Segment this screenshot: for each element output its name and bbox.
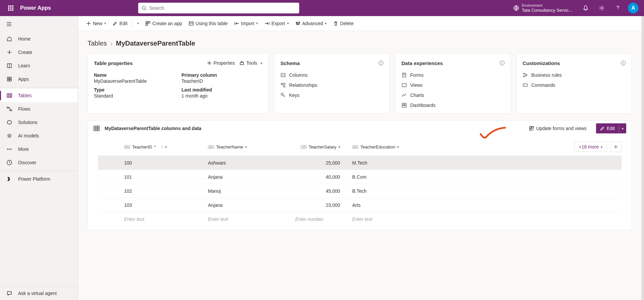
cell-teacher-id[interactable]: 102 (121, 188, 205, 194)
nav-flows[interactable]: Flows (0, 102, 78, 116)
data-views-link[interactable]: Views (401, 82, 504, 88)
column-header-teacher-id[interactable]: AbcTeacherID* ↑▾ (121, 143, 205, 151)
custom-business-rules-link[interactable]: Business rules (523, 72, 626, 78)
table-row[interactable]: 101 Anjana 40,000 B.Com (98, 170, 622, 184)
cell-teacher-education[interactable]: M.Tech (350, 160, 433, 166)
cell-teacher-name[interactable]: Manoj (205, 188, 292, 194)
svg-rect-41 (240, 62, 244, 65)
schema-columns-link[interactable]: AbcColumns (280, 72, 383, 78)
cell-teacher-education[interactable]: B.Com (350, 174, 433, 180)
more-columns-button[interactable]: +18 more▾ (574, 142, 607, 152)
cell-teacher-salary[interactable]: 25,000 (292, 160, 343, 166)
edit-dropdown[interactable]: ▾ (619, 124, 626, 133)
data-forms-link[interactable]: Forms (401, 72, 504, 78)
chevron-down-icon: ▾ (325, 21, 327, 25)
toolbar-export[interactable]: Export▾ (262, 19, 291, 28)
properties-link[interactable]: Properties (207, 60, 235, 66)
table-row[interactable]: 100 Ashwani 25,000 M.Tech (98, 156, 622, 170)
cell-teacher-salary[interactable]: 45,000 (292, 188, 343, 194)
custom-commands-link[interactable]: Commands (523, 82, 626, 88)
toolbar-new[interactable]: New▾ (84, 19, 109, 28)
cell-teacher-salary[interactable]: 40,000 (292, 174, 343, 180)
nav-ai-models[interactable]: AI models (0, 129, 78, 142)
info-icon[interactable]: i (379, 61, 383, 65)
cell-teacher-education[interactable]: Arts (350, 202, 433, 208)
nav-create[interactable]: Create (0, 46, 78, 59)
help-icon[interactable] (610, 0, 625, 16)
cell-teacher-id[interactable]: 101 (121, 174, 205, 180)
svg-rect-15 (7, 94, 12, 98)
globe-icon (513, 5, 519, 11)
new-cell-number[interactable]: Enter number (292, 217, 343, 222)
new-cell-text[interactable]: Enter text (350, 217, 433, 222)
cell-teacher-name[interactable]: Anjana (205, 202, 292, 208)
nav-home[interactable]: Home (0, 32, 78, 46)
nav-more[interactable]: More (0, 142, 78, 156)
nav-label: Tables (18, 93, 32, 98)
toolbar-import[interactable]: Import▾ (232, 19, 261, 28)
cell-teacher-name[interactable]: Anjana (205, 174, 292, 180)
search-input[interactable] (149, 5, 296, 11)
cell-teacher-salary[interactable]: 23,000 (292, 202, 343, 208)
info-icon[interactable]: i (621, 61, 626, 65)
nav-ask-agent[interactable]: Ask a virtual agent (0, 287, 78, 300)
nav-collapse-button[interactable] (0, 16, 78, 32)
plus-icon (6, 49, 13, 56)
new-cell-text[interactable]: Enter text (121, 217, 205, 222)
schema-relationships-link[interactable]: Relationships (280, 82, 383, 88)
cell-teacher-id[interactable]: 103 (121, 202, 205, 208)
new-row[interactable]: Enter text Enter text Enter number Enter… (98, 212, 622, 226)
nav-solutions[interactable]: Solutions (0, 116, 78, 129)
toolbar-create-app[interactable]: Create an app (143, 19, 185, 28)
cell-teacher-name[interactable]: Ashwani (205, 160, 292, 166)
add-column-button[interactable] (610, 141, 622, 152)
cell-teacher-education[interactable]: B.Tech (350, 188, 433, 194)
app-launcher-icon[interactable] (3, 0, 19, 16)
breadcrumb-root[interactable]: Tables (88, 40, 107, 47)
schema-card: Schemai AbcColumns Relationships Keys (274, 53, 390, 114)
svg-rect-30 (148, 21, 150, 23)
toolbar-edit[interactable]: Edit (110, 19, 130, 28)
user-avatar[interactable]: A (628, 3, 639, 13)
apps-icon (6, 76, 13, 82)
notifications-icon[interactable] (578, 0, 593, 16)
toolbar-delete[interactable]: Delete (331, 19, 356, 28)
toolbar-using-table[interactable]: Using this table (186, 19, 230, 28)
toolbar-edit-dropdown[interactable]: ▾ (135, 19, 142, 27)
nav-tables[interactable]: Tables (0, 89, 78, 102)
table-row[interactable]: 103 Anjana 23,000 Arts (98, 198, 622, 212)
new-cell-text[interactable]: Enter text (205, 217, 292, 222)
chevron-down-icon: ▾ (137, 21, 139, 25)
edit-button[interactable]: Edit (596, 123, 619, 133)
nav-discover[interactable]: Discover (0, 156, 78, 169)
update-icon (529, 126, 534, 131)
info-icon[interactable]: i (500, 61, 504, 65)
chevron-down-icon: ▾ (261, 61, 262, 65)
column-header-teacher-name[interactable]: AbcTeacherName▾ (205, 143, 292, 151)
table-row[interactable]: 102 Manoj 45,000 B.Tech (98, 184, 622, 198)
svg-point-0 (142, 6, 145, 9)
cell-teacher-id[interactable]: 100 (121, 160, 205, 166)
column-header-teacher-salary[interactable]: 123TeacherSalary▾ (292, 143, 343, 151)
settings-icon[interactable] (594, 0, 609, 16)
prop-name-value: MyDataverseParentTable (94, 78, 175, 84)
schema-keys-link[interactable]: Keys (280, 93, 383, 98)
more-icon (6, 146, 13, 153)
nav-label: Create (18, 50, 32, 55)
nav-learn[interactable]: Learn (0, 59, 78, 72)
column-header-teacher-education[interactable]: AbcTeacherEducation▾ (350, 143, 433, 151)
tools-link[interactable]: Tools▾ (239, 60, 262, 66)
data-charts-link[interactable]: Charts (401, 93, 504, 98)
views-icon (401, 82, 407, 88)
relationships-icon (280, 82, 286, 88)
toolbar-label: Import (241, 21, 255, 26)
nav-apps[interactable]: Apps (0, 72, 78, 86)
toolbar-advanced[interactable]: Advanced▾ (293, 19, 329, 28)
toolbar-label: New (93, 21, 102, 26)
data-dashboards-link[interactable]: Dashboards (401, 103, 504, 108)
environment-picker[interactable]: Environment Tata Consultancy Servic... (508, 3, 577, 13)
search-box[interactable] (138, 3, 299, 13)
prop-primary-value: TeacherID (181, 78, 262, 84)
update-forms-views-link[interactable]: Update forms and views (529, 126, 587, 131)
nav-power-platform[interactable]: Power Platform (0, 172, 78, 186)
